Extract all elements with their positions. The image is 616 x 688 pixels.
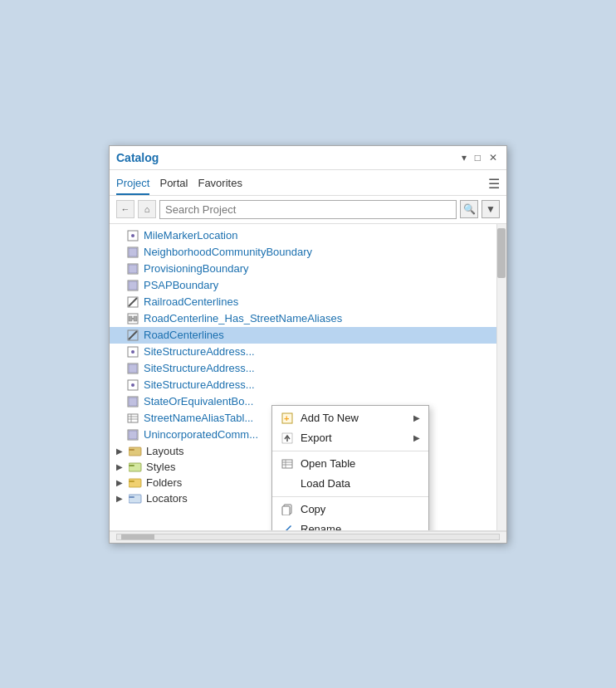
table-icon xyxy=(126,412,139,425)
tree-item-label: RoadCenterline_Has_StreetNameAliases xyxy=(144,312,342,324)
svg-rect-42 xyxy=(282,460,292,468)
tree-item-roadcenterlines[interactable]: RoadCenterlines xyxy=(110,327,506,344)
menu-item-export[interactable]: Export ▶ xyxy=(272,428,428,448)
maximize-button[interactable]: □ xyxy=(472,151,483,164)
horizontal-scrollbar-thumb[interactable] xyxy=(121,534,154,539)
menu-item-copy[interactable]: Copy xyxy=(272,500,428,520)
menu-label: Copy xyxy=(301,503,420,515)
tree-item-label: RoadCenterlines xyxy=(144,329,224,341)
tab-portal[interactable]: Portal xyxy=(159,173,188,195)
polygon-icon xyxy=(126,246,139,259)
horizontal-scrollbar[interactable] xyxy=(116,534,500,540)
tree-item-label: SiteStructureAddress... xyxy=(144,345,255,358)
rename-icon xyxy=(281,523,294,531)
tree-item-railroad[interactable]: RailroadCenterlines xyxy=(110,294,506,310)
polygon-icon4 xyxy=(126,362,139,375)
menu-separator xyxy=(272,451,428,451)
tree-item-provisioning[interactable]: ProvisioningBoundary xyxy=(110,261,506,277)
menu-label: Export xyxy=(301,432,407,444)
close-button[interactable]: ✕ xyxy=(486,151,500,164)
menu-label: Rename xyxy=(301,523,420,531)
menu-item-load-data[interactable]: Load Data xyxy=(272,474,428,494)
svg-rect-31 xyxy=(129,449,134,451)
add-icon: + xyxy=(281,412,294,425)
polygon-icon6 xyxy=(126,428,139,442)
title-controls: ▾ □ ✕ xyxy=(459,151,500,164)
svg-rect-36 xyxy=(129,495,141,503)
layouts-folder-icon xyxy=(129,445,142,456)
menu-item-rename[interactable]: Rename xyxy=(272,520,428,531)
menu-label: Add To New xyxy=(301,412,407,424)
point-icon xyxy=(126,229,139,242)
copy-icon xyxy=(281,503,294,516)
tab-favorites[interactable]: Favorites xyxy=(198,173,242,195)
svg-rect-5 xyxy=(129,265,137,273)
tree-item-sitestructure2[interactable]: SiteStructureAddress... xyxy=(110,360,506,377)
catalog-window: Catalog ▾ □ ✕ Project Portal Favorites ☰… xyxy=(109,145,507,544)
window-title: Catalog xyxy=(116,151,159,164)
search-dropdown[interactable]: ▼ xyxy=(482,200,500,218)
pin-button[interactable]: ▾ xyxy=(459,151,469,164)
load-data-icon xyxy=(281,477,294,490)
svg-rect-11 xyxy=(129,316,132,321)
menu-item-add-to-new[interactable]: + Add To New ▶ xyxy=(272,408,428,428)
tree-item-neighborhood[interactable]: NeighborhoodCommunityBoundary xyxy=(110,244,506,261)
svg-rect-34 xyxy=(129,479,141,487)
tree-panel: MileMarkerLocation NeighborhoodCommunity… xyxy=(110,224,506,531)
search-button[interactable]: 🔍 xyxy=(460,200,478,218)
bottom-bar xyxy=(110,531,506,543)
svg-point-17 xyxy=(131,350,134,354)
polygon-icon2 xyxy=(126,262,139,276)
svg-rect-24 xyxy=(128,414,138,422)
search-input[interactable] xyxy=(159,200,457,219)
point-icon2 xyxy=(126,345,139,359)
svg-rect-33 xyxy=(129,465,134,466)
expand-icon: ▶ xyxy=(116,446,125,456)
svg-line-48 xyxy=(289,527,290,528)
polygon-icon3 xyxy=(126,279,139,292)
svg-rect-35 xyxy=(129,481,134,482)
folders-icon xyxy=(129,476,142,488)
svg-rect-30 xyxy=(129,447,141,456)
tree-item-label: UnincorporatedComm... xyxy=(144,428,258,441)
polygon-icon5 xyxy=(126,395,139,408)
tree-group-label: Styles xyxy=(146,461,175,473)
locators-folder-icon xyxy=(129,492,142,504)
svg-rect-29 xyxy=(129,431,137,439)
scrollbar-track[interactable] xyxy=(496,224,506,530)
tree-item-label: RailroadCenterlines xyxy=(144,295,238,308)
submenu-arrow: ▶ xyxy=(413,413,420,422)
back-button[interactable]: ← xyxy=(116,200,134,218)
menu-button[interactable]: ☰ xyxy=(488,176,500,192)
tree-item-sitestructure3[interactable]: SiteStructureAddress... xyxy=(110,377,506,393)
home-button[interactable]: ⌂ xyxy=(138,200,156,218)
search-bar: ← ⌂ 🔍 ▼ xyxy=(110,196,506,224)
scrollbar-thumb[interactable] xyxy=(497,228,506,278)
tree-item-label: StreetNameAliasTabl... xyxy=(144,412,253,424)
context-menu: + Add To New ▶ Export ▶ xyxy=(271,405,429,531)
svg-rect-37 xyxy=(129,496,134,498)
svg-rect-19 xyxy=(129,364,137,373)
svg-point-1 xyxy=(131,234,134,237)
tree-item-milemarker[interactable]: MileMarkerLocation xyxy=(110,227,506,244)
menu-label: Load Data xyxy=(301,477,420,490)
line-icon2 xyxy=(126,329,139,342)
tree-item-label: StateOrEquivalentBo... xyxy=(144,395,253,407)
submenu-arrow: ▶ xyxy=(413,433,420,442)
title-bar: Catalog ▾ □ ✕ xyxy=(110,146,506,170)
svg-line-15 xyxy=(129,331,137,339)
tree-group-label: Locators xyxy=(146,492,188,505)
tree-item-sitestructure1[interactable]: SiteStructureAddress... xyxy=(110,344,506,360)
menu-label: Open Table xyxy=(301,457,420,470)
menu-item-open-table[interactable]: Open Table xyxy=(272,454,428,474)
tree-item-label: MileMarkerLocation xyxy=(144,229,237,242)
expand-icon: ▶ xyxy=(116,494,125,503)
svg-rect-7 xyxy=(129,281,137,290)
tree-group-label: Folders xyxy=(146,476,182,489)
svg-rect-47 xyxy=(282,506,290,515)
relate-icon xyxy=(126,312,139,325)
tab-project[interactable]: Project xyxy=(116,173,149,195)
svg-point-21 xyxy=(131,383,134,387)
tree-item-roadcenterline-aliases[interactable]: RoadCenterline_Has_StreetNameAliases xyxy=(110,310,506,327)
tree-item-psap[interactable]: PSAPBoundary xyxy=(110,277,506,294)
